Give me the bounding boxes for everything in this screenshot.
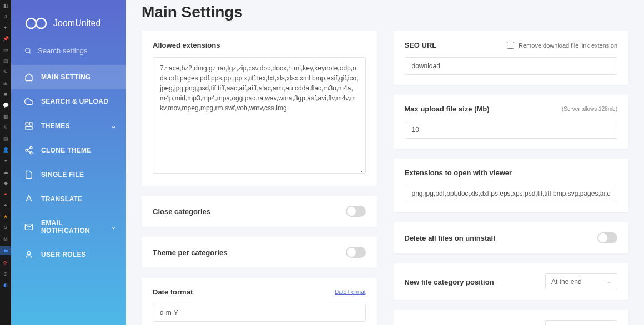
svg-rect-4 — [26, 123, 28, 125]
svg-rect-6 — [26, 126, 32, 129]
rail-icon[interactable]: ✎ — [2, 69, 9, 75]
nav-themes[interactable]: THEMES ⌄ — [11, 114, 126, 138]
logo-icon — [24, 17, 48, 30]
chevron-down-icon: ⌄ — [111, 224, 116, 231]
rail-icon[interactable]: ◎ — [2, 235, 9, 242]
delete-uninstall-toggle[interactable] — [597, 232, 617, 243]
remove-extension-checkbox-row[interactable]: Remove download file link extension — [507, 42, 617, 49]
rail-icon[interactable]: ● — [2, 191, 9, 197]
new-file-position-select[interactable]: At the end ⌄ — [545, 273, 617, 290]
rail-icon[interactable]: ■ — [2, 91, 9, 98]
rail-icon[interactable]: ▤ — [2, 135, 9, 142]
theme-per-categories-card: Theme per categories — [142, 237, 377, 268]
nav-search-upload[interactable]: SEARCH & UPLOAD — [11, 89, 126, 114]
svg-line-11 — [28, 151, 31, 153]
rail-icon[interactable]: ★ — [2, 213, 9, 220]
seo-url-input[interactable] — [405, 57, 618, 75]
search-box[interactable] — [11, 41, 126, 65]
nav-user-roles[interactable]: USER ROLES — [11, 242, 126, 267]
rail-icon[interactable]: ⟳ — [2, 260, 9, 266]
delete-uninstall-label: Delete all files on uninstall — [405, 234, 495, 242]
user-icon — [24, 250, 33, 259]
nav-label: TRANSLATE — [41, 195, 82, 203]
rail-icon-active[interactable]: 🖿 — [0, 246, 11, 255]
rail-icon[interactable]: ☁ — [2, 169, 9, 175]
allowed-extensions-input[interactable] — [153, 57, 366, 174]
date-format-help-link[interactable]: Date Format — [335, 289, 366, 295]
svg-point-2 — [26, 48, 30, 52]
rail-icon[interactable]: ⊞ — [2, 80, 9, 87]
svg-point-0 — [26, 18, 36, 28]
rail-icon[interactable]: ▭ — [2, 47, 9, 53]
select-value: At the end — [551, 278, 582, 286]
page-title: Main Settings — [142, 0, 628, 31]
nav-label: MAIN SETTING — [41, 73, 91, 81]
nav-single-file[interactable]: SINGLE FILE — [11, 162, 126, 187]
svg-point-13 — [27, 252, 30, 255]
default-theme-card: Default theme per category default ⌄ — [394, 310, 629, 325]
search-icon — [24, 47, 32, 55]
left-column: Allowed extensions Close categories Them… — [142, 31, 377, 325]
date-format-card: Date format Date Format — [142, 278, 377, 325]
viewer-extensions-input[interactable] — [405, 185, 618, 202]
grid-icon — [24, 121, 33, 130]
home-icon — [24, 73, 33, 82]
nav-label: EMAIL NOTIFICATION — [41, 219, 113, 235]
rail-icon[interactable]: ◆ — [2, 180, 9, 186]
max-upload-hint: (Server allows 128mb) — [562, 106, 617, 112]
brand-name: JoomUnited — [53, 18, 100, 28]
rail-icon[interactable]: 👤 — [2, 146, 9, 153]
share-icon — [24, 146, 33, 155]
svg-point-9 — [30, 152, 32, 154]
rail-icon[interactable]: ▤ — [2, 58, 9, 64]
date-format-label: Date format — [153, 288, 193, 296]
rail-icon[interactable]: ▾ — [2, 158, 9, 164]
nav-translate[interactable]: TRANSLATE — [11, 187, 126, 211]
viewer-extensions-card: Extensions to open with viewer — [394, 159, 629, 212]
translate-icon — [24, 195, 33, 204]
chevron-down-icon: ⌄ — [111, 123, 116, 130]
date-format-input[interactable] — [153, 304, 366, 322]
theme-per-categories-toggle[interactable] — [346, 247, 366, 258]
max-upload-card: Max upload file size (Mb) (Server allows… — [394, 95, 629, 149]
nav-label: SINGLE FILE — [41, 171, 84, 179]
search-input[interactable] — [38, 47, 113, 55]
nav-label: USER ROLES — [41, 251, 86, 258]
rail-icon[interactable]: ⊙ — [2, 271, 9, 277]
rail-icon[interactable]: ✦ — [2, 24, 9, 31]
rail-icon[interactable]: 💬 — [2, 102, 9, 109]
mail-icon — [24, 222, 33, 231]
max-upload-label: Max upload file size (Mb) — [405, 105, 490, 113]
viewer-extensions-label: Extensions to open with viewer — [405, 169, 618, 177]
rail-icon[interactable]: ◐ — [2, 282, 9, 288]
nav-email-notification[interactable]: EMAIL NOTIFICATION ⌄ — [11, 211, 126, 242]
close-categories-toggle[interactable] — [346, 206, 366, 217]
brand-logo: JoomUnited — [11, 0, 126, 41]
close-categories-label: Close categories — [153, 207, 210, 216]
svg-point-7 — [30, 146, 32, 149]
rail-icon[interactable]: S — [2, 224, 9, 231]
rail-icon[interactable]: ● — [2, 202, 9, 209]
remove-extension-checkbox[interactable] — [507, 42, 514, 49]
chevron-down-icon: ⌄ — [607, 279, 611, 285]
svg-line-3 — [29, 52, 31, 53]
max-upload-input[interactable] — [405, 121, 618, 139]
nav-clone-theme[interactable]: CLONE THEME — [11, 138, 126, 162]
rail-icon[interactable]: ◧ — [2, 2, 9, 9]
rail-icon[interactable]: ▦ — [2, 113, 9, 120]
default-theme-select[interactable]: default ⌄ — [545, 320, 617, 325]
svg-line-10 — [28, 148, 31, 150]
theme-per-categories-label: Theme per categories — [153, 248, 227, 257]
nav-main-setting[interactable]: MAIN SETTING — [11, 65, 126, 89]
nav-label: SEARCH & UPLOAD — [41, 98, 108, 105]
allowed-extensions-label: Allowed extensions — [153, 41, 366, 49]
new-file-position-card: New file category position At the end ⌄ — [394, 263, 629, 300]
seo-url-card: SEO URL Remove download file link extens… — [394, 31, 629, 85]
delete-uninstall-card: Delete all files on uninstall — [394, 222, 629, 253]
remove-extension-label: Remove download file link extension — [519, 42, 617, 49]
nav-label: THEMES — [41, 122, 70, 130]
nav-label: CLONE THEME — [41, 146, 92, 154]
rail-icon[interactable]: J — [2, 13, 9, 20]
rail-icon[interactable]: 📌 — [2, 35, 9, 42]
rail-icon[interactable]: ✎ — [2, 124, 9, 131]
